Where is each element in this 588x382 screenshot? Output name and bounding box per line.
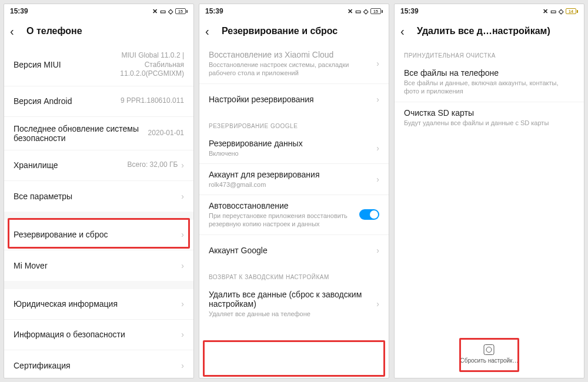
- page-title: Резервирование и сброс: [219, 26, 383, 36]
- row-sd-card-wipe[interactable]: Очистка SD карты Будут удалены все файлы…: [395, 102, 584, 133]
- chevron-right-icon: ›: [178, 230, 184, 239]
- status-time: 15:39: [205, 7, 223, 15]
- screen-backup-reset: 15:39 ✕ ▭ ◇ 15 ‹ Резервирование и сброс …: [199, 4, 389, 378]
- chevron-right-icon: ›: [373, 246, 379, 255]
- reset-icon: [484, 344, 495, 355]
- row-erase-all-data[interactable]: Удалить все данные (сброс к заводским на…: [199, 284, 389, 324]
- status-time: 15:39: [400, 7, 419, 15]
- row-certification[interactable]: Сертификация ›: [4, 350, 193, 378]
- highlight-erase-all: [203, 340, 385, 377]
- row-backup-data[interactable]: Резервирование данных Включено ›: [199, 133, 389, 164]
- section-divider: [4, 212, 193, 220]
- row-all-params[interactable]: Все параметры ›: [4, 181, 193, 212]
- page-title: Удалить все д…настройкам): [415, 26, 578, 36]
- chevron-right-icon: ›: [178, 330, 184, 339]
- row-security-info[interactable]: Информация о безопасности ›: [4, 320, 193, 350]
- section-google-backup: РЕЗЕРВИРОВАНИЕ GOOGLE: [199, 115, 389, 133]
- signal-icon: ▭: [355, 8, 361, 15]
- chevron-right-icon: ›: [373, 143, 379, 153]
- row-backup-account[interactable]: Аккаунт для резервирования rolk473@gmail…: [199, 164, 389, 195]
- chevron-right-icon: ›: [373, 59, 379, 68]
- row-mi-mover[interactable]: Mi Mover ›: [4, 250, 193, 281]
- header: ‹ Резервирование и сброс: [199, 18, 389, 44]
- battery-icon: 15: [175, 8, 188, 14]
- screen-about-phone: 15:39 ✕ ▭ ◇ 15 ‹ О телефоне Версия MIUI …: [4, 4, 194, 378]
- section-factory-reset: ВОЗВРАТ К ЗАВОДСКИМ НАСТРОЙКАМ: [199, 266, 389, 284]
- back-icon[interactable]: ‹: [10, 25, 24, 38]
- chevron-right-icon: ›: [373, 95, 379, 104]
- wifi-icon: ◇: [168, 8, 173, 15]
- chevron-right-icon: ›: [373, 299, 379, 309]
- chevron-right-icon: ›: [178, 361, 184, 370]
- status-icons: ✕ ▭ ◇ 15: [348, 8, 383, 15]
- chevron-right-icon: ›: [373, 175, 379, 184]
- row-miui-version[interactable]: Версия MIUI MIUI Global 11.0.2 | Стабиль…: [4, 44, 193, 86]
- back-icon[interactable]: ‹: [205, 25, 219, 38]
- status-time: 15:39: [10, 7, 28, 15]
- section-divider: [4, 281, 193, 289]
- chevron-right-icon: ›: [178, 160, 184, 170]
- status-bar: 15:39 ✕ ▭ ◇ 14: [395, 4, 584, 18]
- back-icon[interactable]: ‹: [400, 25, 415, 38]
- wifi-icon: ◇: [363, 8, 368, 15]
- reset-button-label: Сбросить настройк…: [460, 357, 519, 364]
- header: ‹ Удалить все д…настройкам): [395, 18, 584, 44]
- battery-icon: 15: [370, 8, 383, 14]
- header: ‹ О телефоне: [4, 18, 193, 44]
- status-bar: 15:39 ✕ ▭ ◇ 15: [4, 4, 193, 18]
- row-xiaomi-cloud-restore[interactable]: Восстановление из Xiaomi Cloud Восстанов…: [199, 44, 389, 84]
- toggle-auto-restore[interactable]: [359, 209, 379, 220]
- page-title: О телефоне: [24, 26, 188, 36]
- content: ПРИНУДИТЕЛЬНАЯ ОЧИСТКА Все файлы на теле…: [395, 44, 584, 378]
- row-storage[interactable]: Хранилище Всего: 32,00 ГБ›: [4, 150, 193, 181]
- row-backup-reset[interactable]: Резервирование и сброс ›: [4, 220, 193, 250]
- reset-settings-button[interactable]: Сбросить настройк…: [458, 341, 521, 367]
- status-icons: ✕ ▭ ◇ 15: [152, 8, 188, 15]
- row-all-files-phone[interactable]: Все файлы на телефоне Все файлы и данные…: [395, 62, 584, 102]
- dnd-icon: ✕: [152, 8, 158, 15]
- status-bar: 15:39 ✕ ▭ ◇ 15: [199, 4, 389, 18]
- signal-icon: ▭: [550, 8, 556, 15]
- signal-icon: ▭: [160, 8, 166, 15]
- wifi-icon: ◇: [559, 8, 563, 15]
- content: Версия MIUI MIUI Global 11.0.2 | Стабиль…: [4, 44, 193, 378]
- dnd-icon: ✕: [543, 8, 548, 15]
- section-force-wipe: ПРИНУДИТЕЛЬНАЯ ОЧИСТКА: [395, 44, 584, 62]
- content: Восстановление из Xiaomi Cloud Восстанов…: [199, 44, 389, 378]
- row-legal-info[interactable]: Юридическая информация ›: [4, 289, 193, 320]
- battery-icon: 14: [566, 8, 578, 14]
- dnd-icon: ✕: [348, 8, 353, 15]
- status-icons: ✕ ▭ ◇ 14: [543, 8, 578, 15]
- chevron-right-icon: ›: [178, 192, 184, 201]
- chevron-right-icon: ›: [178, 299, 184, 309]
- row-security-update[interactable]: Последнее обновление системы безопасност…: [4, 117, 193, 150]
- chevron-right-icon: ›: [178, 261, 184, 270]
- row-auto-restore[interactable]: Автовосстановление При переустановке при…: [199, 195, 389, 235]
- row-android-version[interactable]: Версия Android 9 PPR1.180610.011: [4, 86, 193, 117]
- row-google-account[interactable]: Аккаунт Google ›: [199, 235, 389, 266]
- row-backup-settings[interactable]: Настройки резервирования ›: [199, 84, 389, 115]
- screen-erase-data: 15:39 ✕ ▭ ◇ 14 ‹ Удалить все д…настройка…: [394, 4, 584, 378]
